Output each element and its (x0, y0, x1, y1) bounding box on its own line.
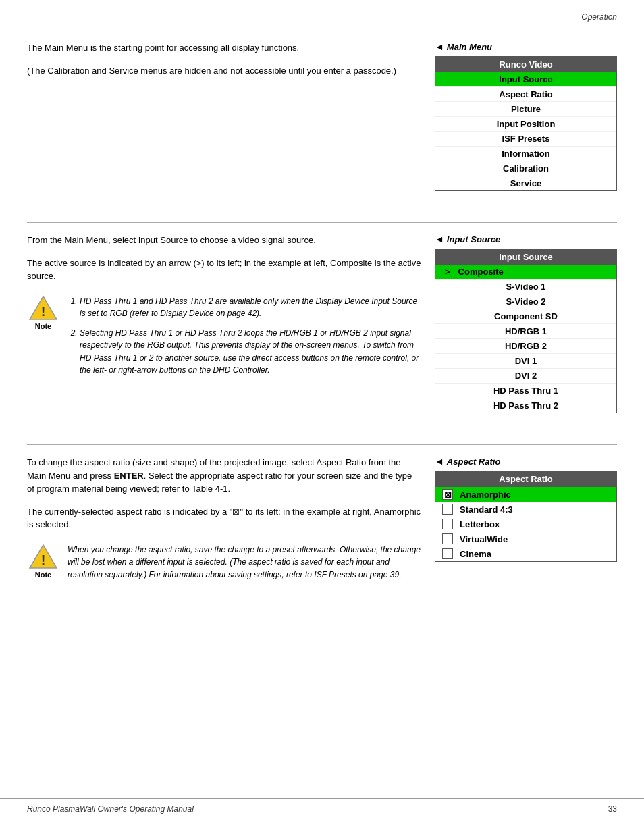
input-source-heading: ◄ Input Source (435, 234, 617, 244)
main-menu-heading-arrow: ◄ (435, 41, 444, 52)
warning-triangle-icon-2: ! (28, 544, 58, 569)
input-source-component-sd[interactable]: Component SD (435, 309, 616, 324)
input-source-dvi1[interactable]: DVI 1 (435, 354, 616, 369)
main-menu-item-calibration[interactable]: Calibration (435, 161, 616, 176)
aspect-ratio-menu-section: ◄ Aspect Ratio Aspect Ratio ⊠ Anamorphic (435, 456, 617, 562)
standard43-checkbox (442, 504, 453, 515)
aspect-ratio-heading-label: Aspect Ratio (447, 457, 500, 467)
aspect-ratio-heading: ◄ Aspect Ratio (435, 456, 617, 467)
aspect-ratio-cinema[interactable]: Cinema (435, 546, 616, 561)
section3-text2: The currently-selected aspect ratio is i… (27, 505, 421, 531)
note-content-1: HD Pass Thru 1 and HD Pass Thru 2 are av… (68, 295, 421, 384)
section2-text1: From the Main Menu, select Input Source … (27, 234, 421, 247)
input-source-menu-section: ◄ Input Source Input Source > Composite … (435, 234, 617, 413)
input-source-composite[interactable]: > Composite (435, 265, 616, 280)
section2-note: ! Note HD Pass Thru 1 and HD Pass Thru 2… (27, 295, 421, 384)
footer-page: 33 (608, 804, 617, 814)
anamorphic-checkbox: ⊠ (442, 489, 453, 500)
virtualwide-checkbox (442, 533, 453, 544)
aspect-ratio-virtualwide[interactable]: VirtualWide (435, 531, 616, 546)
input-source-hd-pass-thru-2[interactable]: HD Pass Thru 2 (435, 398, 616, 413)
input-source-dvi2[interactable]: DVI 2 (435, 369, 616, 384)
aspect-ratio-menu-title: Aspect Ratio (435, 471, 616, 487)
divider-2 (27, 444, 617, 445)
note-item-2: Selecting HD Pass Thru 1 or HD Pass Thru… (80, 327, 421, 377)
input-source-hdrgb2[interactable]: HD/RGB 2 (435, 339, 616, 354)
svg-text:!: ! (41, 552, 46, 567)
cinema-checkbox (442, 548, 453, 559)
section2-right: ◄ Input Source Input Source > Composite … (435, 234, 617, 432)
input-source-menu-title: Input Source (435, 249, 616, 265)
aspect-ratio-anamorphic[interactable]: ⊠ Anamorphic (435, 487, 616, 502)
section3-text1: To change the aspect ratio (size and sha… (27, 456, 421, 496)
main-menu-heading-label: Main Menu (447, 42, 492, 52)
note-content-2: When you change the aspect ratio, save t… (68, 544, 421, 581)
main-menu-item-input-position[interactable]: Input Position (435, 117, 616, 132)
main-menu-item-service[interactable]: Service (435, 176, 616, 190)
main-menu-box: Runco Video Input Source Aspect Ratio Pi… (435, 56, 617, 191)
divider-1 (27, 222, 617, 223)
page-header: Operation (0, 0, 644, 26)
note-item-1: HD Pass Thru 1 and HD Pass Thru 2 are av… (80, 295, 421, 320)
section3-note-text: When you change the aspect ratio, save t… (68, 545, 421, 579)
main-menu-section: ◄ Main Menu Runco Video Input Source Asp… (435, 41, 617, 191)
input-source-hd-pass-thru-1[interactable]: HD Pass Thru 1 (435, 384, 616, 398)
input-source-svideo1[interactable]: S-Video 1 (435, 280, 616, 294)
main-menu-item-isf-presets[interactable]: ISF Presets (435, 132, 616, 147)
warning-triangle-icon: ! (28, 295, 58, 321)
section3-left: To change the aspect ratio (size and sha… (27, 456, 421, 593)
main-menu-item-information[interactable]: Information (435, 147, 616, 161)
main-menu-item-input-source[interactable]: Input Source (435, 72, 616, 87)
footer-title: Runco PlasmaWall Owner's Operating Manua… (27, 804, 194, 814)
input-source-hdrgb1[interactable]: HD/RGB 1 (435, 324, 616, 339)
active-arrow: > (445, 267, 450, 277)
main-menu-heading: ◄ Main Menu (435, 41, 617, 52)
note-icon-2: ! Note (27, 544, 59, 579)
aspect-ratio-heading-arrow: ◄ (435, 456, 444, 467)
note-icon-1: ! Note (27, 295, 59, 330)
page: Operation The Main Menu is the starting … (0, 0, 644, 834)
note-label-2: Note (35, 571, 51, 579)
letterbox-checkbox (442, 519, 453, 529)
page-footer: Runco PlasmaWall Owner's Operating Manua… (0, 798, 644, 814)
main-menu-item-aspect-ratio[interactable]: Aspect Ratio (435, 87, 616, 102)
input-source-svideo2[interactable]: S-Video 2 (435, 294, 616, 309)
header-text: Operation (581, 12, 617, 22)
input-source-menu-box: Input Source > Composite S-Video 1 S-Vid… (435, 249, 617, 413)
input-source-heading-label: Input Source (447, 234, 500, 244)
main-menu-item-picture[interactable]: Picture (435, 102, 616, 117)
section2-left: From the Main Menu, select Input Source … (27, 234, 421, 432)
aspect-ratio-letterbox[interactable]: Letterbox (435, 517, 616, 531)
main-menu-title: Runco Video (435, 57, 616, 72)
section2-text2: The active source is indicated by an arr… (27, 257, 421, 283)
svg-text:!: ! (41, 304, 46, 319)
note-label-1: Note (35, 322, 51, 330)
section3-right: ◄ Aspect Ratio Aspect Ratio ⊠ Anamorphic (435, 456, 617, 593)
section3-note: ! Note When you change the aspect ratio,… (27, 544, 421, 581)
aspect-ratio-standard43[interactable]: Standard 4:3 (435, 502, 616, 517)
section1-right: ◄ Main Menu Runco Video Input Source Asp… (435, 41, 617, 210)
input-source-heading-arrow: ◄ (435, 234, 444, 244)
intro-text-1: The Main Menu is the starting point for … (27, 41, 421, 55)
aspect-ratio-menu-box: Aspect Ratio ⊠ Anamorphic Standard 4:3 (435, 471, 617, 562)
intro-text-2: (The Calibration and Service menus are h… (27, 64, 421, 78)
section1-left: The Main Menu is the starting point for … (27, 41, 421, 210)
